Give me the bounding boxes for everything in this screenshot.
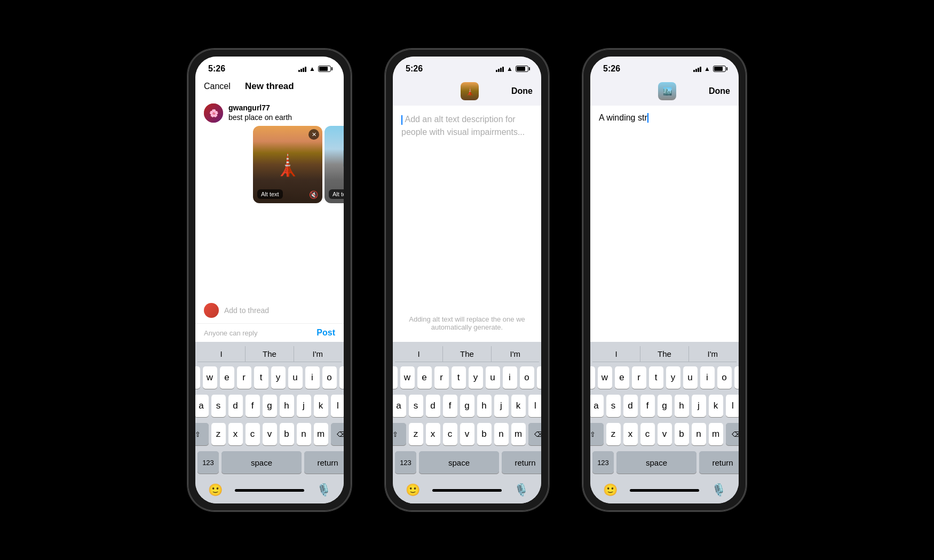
key-y-1[interactable]: y [271, 366, 286, 389]
done-button-2[interactable]: Done [511, 86, 533, 96]
alttext-editor-area-2[interactable]: Add an alt text description for people w… [393, 106, 541, 342]
shift-key-3[interactable]: ⇧ [590, 423, 604, 445]
num-key-2[interactable]: 123 [395, 451, 416, 474]
key-m-1[interactable]: m [314, 423, 328, 445]
key-y-2[interactable]: y [469, 366, 483, 389]
add-to-thread-row[interactable]: Add to thread [195, 298, 344, 323]
key-d-1[interactable]: d [228, 395, 243, 417]
key-w-2[interactable]: w [400, 366, 415, 389]
key-t-2[interactable]: t [452, 366, 466, 389]
key-f-2[interactable]: f [443, 395, 457, 417]
key-w-3[interactable]: w [598, 366, 612, 389]
mic-button-2[interactable]: 🎙️ [514, 483, 528, 497]
return-key-3[interactable]: return [699, 451, 739, 474]
key-t-3[interactable]: t [649, 366, 663, 389]
key-u-2[interactable]: u [486, 366, 500, 389]
keyboard-2[interactable]: I The I'm q w e r t y u i o p a s d f [393, 342, 541, 503]
key-s-1[interactable]: s [211, 395, 226, 417]
key-i-1[interactable]: i [305, 366, 320, 389]
image-thumb-2[interactable]: ✕ Alt text [324, 126, 344, 203]
key-d-3[interactable]: d [623, 395, 638, 417]
key-m-2[interactable]: m [511, 423, 526, 445]
key-e-2[interactable]: e [417, 366, 432, 389]
key-v-1[interactable]: v [263, 423, 277, 445]
shift-key-2[interactable]: ⇧ [393, 423, 406, 445]
cancel-button[interactable]: Cancel [204, 82, 231, 91]
emoji-button-3[interactable]: 🙂 [603, 483, 618, 497]
key-v-2[interactable]: v [460, 423, 474, 445]
suggestion-im-2[interactable]: I'm [492, 346, 539, 362]
key-j-3[interactable]: j [692, 395, 706, 417]
key-r-3[interactable]: r [632, 366, 646, 389]
keyboard-3[interactable]: I The I'm q w e r t y u i o p a s d f [590, 342, 739, 503]
key-b-2[interactable]: b [477, 423, 492, 445]
suggestion-i-2[interactable]: I [395, 346, 443, 362]
key-z-2[interactable]: z [409, 423, 423, 445]
key-x-2[interactable]: x [426, 423, 440, 445]
key-o-2[interactable]: o [520, 366, 534, 389]
suggestion-the-2[interactable]: The [443, 346, 491, 362]
key-j-1[interactable]: j [297, 395, 311, 417]
remove-image-1-button[interactable]: ✕ [308, 129, 319, 140]
key-c-1[interactable]: c [246, 423, 260, 445]
key-q-3[interactable]: q [590, 366, 595, 389]
key-d-2[interactable]: d [426, 395, 440, 417]
post-text[interactable]: best place on earth [228, 113, 344, 122]
key-h-3[interactable]: h [675, 395, 689, 417]
key-l-3[interactable]: l [726, 395, 739, 417]
key-p-2[interactable]: p [537, 366, 542, 389]
mic-button-1[interactable]: 🎙️ [316, 483, 331, 497]
key-p-1[interactable]: p [339, 366, 344, 389]
key-z-1[interactable]: z [211, 423, 226, 445]
key-a-2[interactable]: a [393, 395, 406, 417]
alttext-input-3[interactable]: A winding str [590, 106, 739, 342]
thread-compose-area[interactable]: 🌸 gwangurl77 best place on earth ✕ Alt t… [195, 97, 344, 298]
key-l-1[interactable]: l [331, 395, 344, 417]
key-r-1[interactable]: r [237, 366, 251, 389]
mic-button-3[interactable]: 🎙️ [711, 483, 726, 497]
alt-text-2-button[interactable]: Alt text [329, 189, 344, 199]
key-f-3[interactable]: f [640, 395, 655, 417]
key-g-1[interactable]: g [263, 395, 277, 417]
key-q-2[interactable]: q [393, 366, 398, 389]
key-a-1[interactable]: a [195, 395, 209, 417]
alttext-input-2[interactable]: Add an alt text description for people w… [393, 106, 541, 342]
keyboard-1[interactable]: I The I'm q w e r t y u i o p a s d f [195, 342, 344, 503]
key-q-1[interactable]: q [195, 366, 200, 389]
key-u-3[interactable]: u [683, 366, 698, 389]
key-i-2[interactable]: i [503, 366, 517, 389]
key-e-3[interactable]: e [615, 366, 629, 389]
suggestion-i-1[interactable]: I [197, 346, 246, 362]
key-u-1[interactable]: u [288, 366, 303, 389]
key-l-2[interactable]: l [528, 395, 542, 417]
key-t-1[interactable]: t [254, 366, 268, 389]
key-n-3[interactable]: n [692, 423, 706, 445]
space-key-1[interactable]: space [221, 451, 302, 474]
key-g-3[interactable]: g [658, 395, 672, 417]
suggestion-i-3[interactable]: I [592, 346, 640, 362]
key-o-3[interactable]: o [717, 366, 732, 389]
key-v-3[interactable]: v [658, 423, 672, 445]
key-x-1[interactable]: x [228, 423, 243, 445]
emoji-button-2[interactable]: 🙂 [406, 483, 420, 497]
emoji-button-1[interactable]: 🙂 [208, 483, 223, 497]
key-s-3[interactable]: s [606, 395, 621, 417]
key-n-1[interactable]: n [297, 423, 311, 445]
key-g-2[interactable]: g [460, 395, 474, 417]
key-r-2[interactable]: r [434, 366, 449, 389]
reply-permission-label[interactable]: Anyone can reply [204, 329, 257, 337]
image-thumb-1[interactable]: ✕ Alt text 🔇 [253, 126, 322, 203]
key-k-2[interactable]: k [511, 395, 526, 417]
key-a-3[interactable]: a [590, 395, 604, 417]
num-key-3[interactable]: 123 [592, 451, 614, 474]
key-s-2[interactable]: s [409, 395, 423, 417]
delete-key-1[interactable]: ⌫ [331, 423, 344, 445]
post-button[interactable]: Post [316, 328, 335, 338]
add-to-thread-label[interactable]: Add to thread [224, 306, 269, 315]
key-w-1[interactable]: w [203, 366, 217, 389]
suggestion-the-1[interactable]: The [246, 346, 294, 362]
key-h-1[interactable]: h [280, 395, 294, 417]
key-x-3[interactable]: x [623, 423, 638, 445]
key-b-1[interactable]: b [280, 423, 294, 445]
key-o-1[interactable]: o [322, 366, 337, 389]
